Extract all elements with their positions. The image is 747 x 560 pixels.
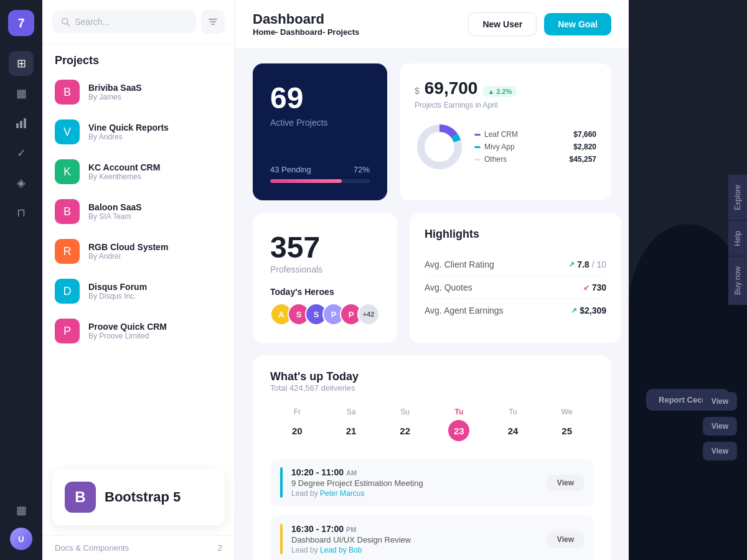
day-name: We — [561, 408, 573, 416]
sidebar-icon-briefcase[interactable]: ⊓ — [9, 200, 34, 225]
project-icon: R — [55, 239, 80, 264]
project-item[interactable]: B Baloon SaaS By SIA Team — [42, 192, 235, 231]
project-item[interactable]: K KC Account CRM By Keenthemes — [42, 152, 235, 192]
event-view-button[interactable]: View — [547, 531, 584, 548]
event-lead-link[interactable]: Peter Marcus — [320, 489, 364, 498]
project-name: Vine Quick Reports — [88, 123, 169, 133]
heroes-avatars: ASSPP+42 — [270, 303, 380, 325]
active-projects-card: 69 Active Projects 43 Pending 72% — [253, 63, 387, 200]
day-name: Sa — [347, 408, 356, 416]
event-view-button[interactable]: View — [547, 475, 584, 491]
event-bar — [280, 524, 283, 554]
svg-rect-0 — [16, 123, 19, 128]
project-item[interactable]: V Vine Quick Reports By Andres — [42, 112, 235, 152]
buy-now-button[interactable]: Buy now — [728, 256, 747, 305]
project-item[interactable]: B Briviba SaaS By James — [42, 72, 235, 112]
event-bar — [280, 467, 283, 498]
view-button-1[interactable]: View — [703, 392, 737, 411]
breadcrumb: Home- Dashboard- Projects — [253, 27, 359, 37]
professionals-card: 357 Professionals Today's Heroes ASSPP+4… — [253, 213, 397, 343]
sidebar-icon-check[interactable]: ✓ — [9, 141, 34, 166]
day-number: 25 — [557, 420, 578, 441]
project-name: Baloon SaaS — [88, 202, 142, 212]
events-list: 10:20 - 11:00 AM 9 Degree Project Estima… — [270, 459, 594, 560]
project-item[interactable]: R RGB Cloud System By Andrei — [42, 231, 235, 271]
day-item[interactable]: We 25 — [540, 403, 594, 446]
event-item: 10:20 - 11:00 AM 9 Degree Project Estima… — [270, 459, 594, 506]
day-name: Fr — [294, 408, 301, 416]
breadcrumb-dashboard: Dashboard- — [280, 27, 325, 37]
page-title: Dashboard — [253, 11, 359, 27]
sidebar-icon-grid2[interactable]: ▦ — [9, 498, 34, 523]
explore-button[interactable]: Explore — [728, 174, 747, 220]
legend-amount: $7,660 — [570, 130, 596, 139]
earnings-subtitle: Projects Earnings in April — [415, 101, 596, 110]
bootstrap-title: Bootstrap 5 — [105, 489, 181, 505]
search-input-wrap[interactable] — [52, 11, 196, 33]
earnings-amounts: $7,660$2,820$45,257 — [570, 130, 596, 164]
sidebar-icon-dashboard[interactable]: ⊞ — [9, 51, 34, 76]
day-number: 20 — [286, 420, 308, 441]
side-actions: Explore Help Buy now — [728, 174, 747, 305]
event-time: 10:20 - 11:00 AM — [291, 467, 538, 477]
search-input[interactable] — [75, 17, 187, 27]
legend-amount: $45,257 — [570, 155, 596, 164]
event-lead-link[interactable]: Lead by Bob — [320, 546, 362, 554]
earnings-card: $ 69,700 ▲ 2.2% Projects Earnings in Apr… — [400, 63, 611, 200]
progress-bar — [270, 179, 342, 183]
svg-rect-1 — [20, 121, 22, 128]
day-item[interactable]: Fr 20 — [270, 403, 324, 446]
day-name: Tu — [509, 408, 517, 416]
svg-rect-2 — [24, 118, 26, 128]
event-name: Dashboard UI/UX Design Review — [291, 535, 538, 544]
heroes-label: Today's Heroes — [270, 287, 380, 297]
project-item[interactable]: P Proove Quick CRM By Proove Limited — [42, 311, 235, 351]
earnings-legend: Leaf CRMMivy AppOthers — [474, 130, 560, 164]
day-item[interactable]: Sa 21 — [324, 403, 378, 446]
view-button-3[interactable]: View — [703, 442, 737, 460]
highlight-row: Avg. Agent Earnings ↗ $2,309 — [425, 299, 606, 322]
bootstrap-card: B Bootstrap 5 — [52, 469, 225, 525]
highlights-title: Highlights — [425, 228, 606, 241]
new-goal-button[interactable]: New Goal — [544, 13, 611, 35]
breadcrumb-home: Home- — [253, 27, 278, 37]
filter-button[interactable] — [201, 10, 225, 34]
right-panel: Explore Help Buy now Report Cecnter View… — [629, 0, 747, 560]
sidebar-icon-layers[interactable]: ◈ — [9, 170, 34, 195]
day-item[interactable]: Su 22 — [378, 403, 432, 446]
new-user-button[interactable]: New User — [468, 12, 537, 36]
sidebar-user-number[interactable]: 7 — [8, 10, 34, 36]
calendar-subtitle: Total 424,567 deliveries — [270, 383, 594, 393]
legend-item: Mivy App — [474, 142, 560, 151]
sidebar-icon-chart[interactable] — [9, 111, 34, 136]
sidebar-bottom-avatar[interactable]: U — [10, 528, 32, 550]
highlight-row: Avg. Quotes ↙ 730 — [425, 276, 606, 299]
help-button[interactable]: Help — [728, 220, 747, 256]
highlight-row: Avg. Client Rating ↗ 7.8 / 10 — [425, 253, 606, 276]
day-number: 24 — [502, 420, 524, 441]
view-button-2[interactable]: View — [703, 417, 737, 436]
project-name: Proove Quick CRM — [88, 322, 167, 332]
sidebar-icon-grid[interactable]: ▦ — [9, 81, 34, 106]
event-item: 16:30 - 17:00 PM Dashboard UI/UX Design … — [270, 515, 594, 560]
earnings-badge: ▲ 2.2% — [482, 86, 517, 97]
project-icon: B — [55, 199, 80, 224]
search-icon — [61, 17, 70, 27]
day-item[interactable]: Tu 23 — [432, 403, 486, 446]
project-item[interactable]: D Disqus Forum By Disqus Inc. — [42, 271, 235, 311]
pending-percent: 72% — [354, 165, 370, 174]
project-by: By Keenthemes — [88, 172, 160, 181]
project-icon: P — [55, 319, 80, 343]
main-content: Dashboard Home- Dashboard- Projects New … — [235, 0, 629, 560]
calendar-title: What's up Today — [270, 370, 594, 383]
active-projects-label: Active Projects — [270, 118, 370, 128]
docs-bar[interactable]: Docs & Components 2 — [42, 535, 235, 560]
project-by: By Andres — [88, 133, 169, 141]
heroes-more: +42 — [357, 303, 380, 325]
day-name: Su — [400, 408, 410, 416]
event-lead: Lead by Peter Marcus — [291, 489, 538, 498]
day-item[interactable]: Tu 24 — [486, 403, 540, 446]
sidebar-narrow: 7 ⊞ ▦ ✓ ◈ ⊓ ▦ U — [0, 0, 42, 560]
event-name: 9 Degree Project Estimation Meeting — [291, 478, 538, 488]
projects-label: Projects — [42, 44, 235, 72]
